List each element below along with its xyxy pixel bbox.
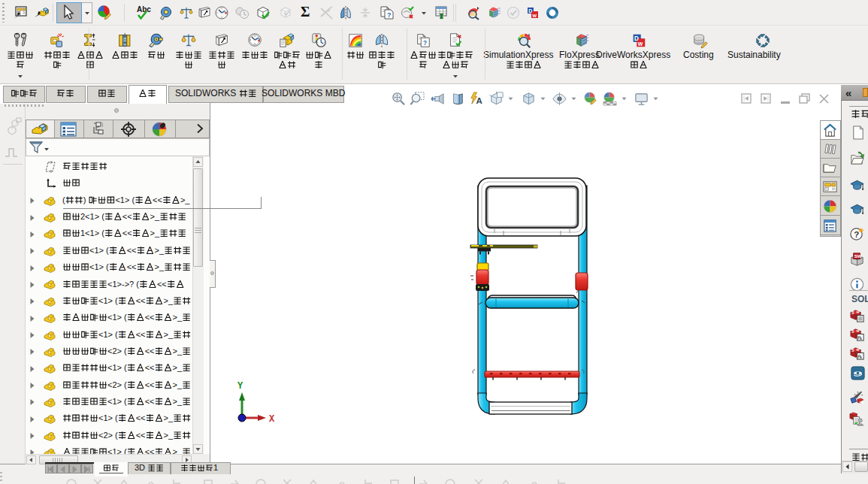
svg-text:<<: <<: [157, 280, 167, 289]
svg-text:>_: >_: [173, 346, 183, 355]
svg-text:D: D: [634, 35, 639, 42]
svg-text:?: ?: [854, 230, 859, 239]
svg-text:Σ: Σ: [301, 4, 310, 19]
svg-text:>_: >_: [180, 195, 190, 204]
svg-text:A: A: [476, 96, 482, 105]
svg-text:>_: >_: [155, 262, 165, 271]
svg-text:>_: >_: [173, 447, 183, 454]
svg-text:<<: <<: [136, 431, 146, 440]
svg-text:SimulationXpress: SimulationXpress: [483, 50, 553, 60]
svg-text:SW: SW: [854, 253, 862, 259]
svg-text:?: ?: [423, 40, 427, 47]
svg-text:SOLIDWORKS: SOLIDWORKS: [175, 89, 236, 98]
svg-text:2<1> (: 2<1> (: [80, 212, 104, 221]
svg-text:>_: >_: [164, 296, 174, 305]
svg-text:Sustainability: Sustainability: [727, 50, 781, 60]
svg-text:FloXpress: FloXpress: [559, 50, 600, 60]
svg-text:<<: <<: [127, 262, 137, 271]
svg-text:<<: <<: [136, 330, 146, 339]
svg-text:<2> (: <2> (: [98, 431, 118, 440]
svg-text:SW: SW: [859, 401, 864, 404]
svg-text:1<1> (: 1<1> (: [80, 228, 104, 237]
svg-text:<1> (: <1> (: [107, 447, 127, 454]
svg-text:<1> (: <1> (: [107, 363, 127, 372]
svg-text:>_: >_: [173, 313, 183, 322]
svg-text:>_: >_: [155, 246, 165, 255]
svg-text:<<: <<: [145, 397, 155, 406]
svg-text:<1> (: <1> (: [89, 246, 109, 255]
svg-text:>_: >_: [164, 431, 174, 440]
svg-text:<<: <<: [122, 228, 132, 237]
svg-text:S: S: [851, 348, 854, 352]
svg-text:<1> (: <1> (: [107, 313, 127, 322]
svg-text:1: 1: [213, 464, 218, 472]
svg-text:>_: >_: [173, 397, 183, 406]
svg-text:<<: <<: [127, 246, 137, 255]
svg-text:<1> (: <1> (: [98, 413, 118, 422]
svg-text:>_: >_: [150, 228, 160, 237]
svg-text:DriveWorksXpress: DriveWorksXpress: [596, 50, 670, 60]
svg-text:X: X: [269, 414, 275, 425]
svg-text:℞: ℞: [857, 354, 862, 359]
svg-text:<<: <<: [136, 296, 146, 305]
svg-text:<<: <<: [145, 363, 155, 372]
svg-text:℞: ℞: [857, 335, 862, 340]
svg-text:Abc: Abc: [137, 5, 151, 14]
svg-text:<<: <<: [136, 413, 146, 422]
svg-text:Y: Y: [237, 381, 243, 392]
svg-text:<2> (: <2> (: [107, 346, 127, 355]
svg-text:>_: >_: [164, 330, 174, 339]
svg-text:<2> (: <2> (: [107, 380, 127, 389]
svg-text:SOLIDWORKS MBD: SOLIDWORKS MBD: [262, 89, 346, 98]
svg-text:<<: <<: [145, 380, 155, 389]
svg-text:3D: 3D: [135, 464, 145, 472]
svg-text:<<: <<: [145, 346, 155, 355]
svg-text:D: D: [528, 8, 532, 14]
svg-text:(: (: [62, 195, 65, 204]
svg-text:Costing: Costing: [683, 50, 714, 60]
svg-text:<1> (: <1> (: [107, 397, 127, 406]
svg-text:<<: <<: [122, 212, 132, 221]
svg-text:w: w: [532, 13, 537, 18]
svg-text:<1>->? (: <1>->? (: [107, 280, 139, 289]
svg-text:>_: >_: [164, 413, 174, 422]
svg-text:<<: <<: [145, 313, 155, 322]
svg-text:<<: <<: [145, 447, 155, 454]
svg-text:<<: <<: [153, 195, 162, 204]
svg-text:): ): [83, 195, 86, 204]
svg-text:<1> (: <1> (: [98, 330, 118, 339]
svg-text:>_: >_: [173, 363, 183, 372]
svg-text:>_: >_: [173, 380, 183, 389]
svg-text:<1> (: <1> (: [98, 296, 118, 305]
svg-text:?: ?: [387, 11, 392, 19]
svg-text:>_: >_: [150, 212, 160, 221]
svg-text:S: S: [851, 329, 854, 334]
svg-text:<1> (: <1> (: [115, 195, 135, 204]
svg-text:<1> (: <1> (: [89, 262, 109, 271]
svg-text:S: S: [851, 310, 854, 315]
